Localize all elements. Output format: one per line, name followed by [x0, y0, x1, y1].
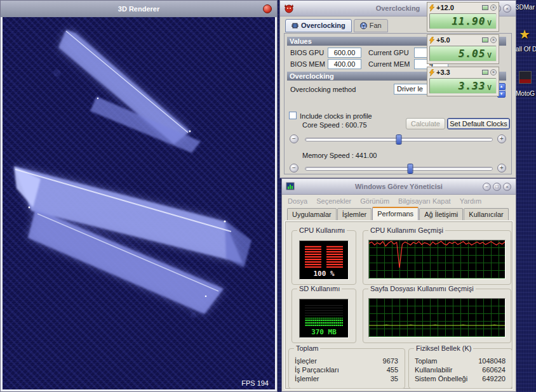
current-mem-label: Current MEM: [368, 60, 410, 68]
core-speed-slider-row: − +: [285, 134, 511, 145]
tab-label: Fan: [370, 22, 382, 29]
bios-mem-value[interactable]: 400.00: [328, 59, 361, 69]
renderer-titlebar[interactable]: 3D Renderer: [1, 1, 277, 17]
meter-close-icon[interactable]: ×: [490, 69, 497, 75]
menu-bilgisayari-kapat[interactable]: Bilgisayarı Kapat: [394, 197, 455, 205]
voltage-meter-3v: +3.3 × 3.33 V: [427, 67, 499, 96]
core-speed-slider-thumb[interactable]: [396, 134, 402, 145]
desktop-icon-strip: 3DMar ★ all Of D MotoG: [516, 0, 536, 392]
menu-yardim[interactable]: Yardım: [455, 197, 486, 205]
maximize-button[interactable]: □: [493, 183, 501, 191]
voltage-bolt-icon: [429, 37, 434, 44]
stat-label: İş Parçacıkları: [295, 366, 339, 374]
stat-label: Sistem Önbelleği: [415, 375, 467, 382]
bios-gpu-value[interactable]: 600.00: [328, 48, 361, 58]
memory-speed-slider[interactable]: [305, 167, 493, 171]
motogp-icon[interactable]: [519, 71, 532, 84]
stat-row: İş Parçacıkları 455: [289, 365, 405, 374]
voltage-value: 5.05: [459, 48, 486, 60]
voltage-rail-label: +3.3: [436, 69, 480, 76]
menu-gorunum[interactable]: Görünüm: [356, 197, 394, 205]
voltage-lcd-display: 3.33 V: [429, 78, 497, 94]
close-button[interactable]: ×: [503, 4, 511, 13]
core-speed-increase-button[interactable]: +: [497, 134, 506, 143]
memory-speed-slider-thumb[interactable]: [407, 164, 413, 174]
cpu-usage-group-label: CPU Kullanımı: [297, 226, 347, 234]
pagefile-history-graph: [368, 298, 506, 337]
stat-label: İşleçler: [295, 357, 317, 365]
pagefile-usage-meter: 370 MB: [299, 299, 349, 338]
totals-group: Toplam İşleçler 9673 İş Parçacıkları 455…: [288, 348, 405, 389]
voltage-lcd-display: 11.90 V: [429, 13, 497, 29]
renderer-viewport: FPS 194: [3, 17, 275, 389]
graph-mode-icon[interactable]: [482, 70, 488, 75]
performance-pane: CPU Kullanımı 100 % CPU Kullanımı Geçmiş…: [285, 221, 513, 389]
renderer-window: 3D Renderer: [0, 0, 278, 392]
tab-islemler[interactable]: İşlemler: [337, 208, 372, 220]
menu-dosya[interactable]: Dosya: [283, 197, 312, 205]
meter-close-icon[interactable]: ×: [490, 37, 497, 43]
desktop-icon-call-of-duty[interactable]: all Of D: [516, 46, 536, 53]
core-speed-decrease-button[interactable]: −: [290, 134, 298, 143]
current-gpu-label: Current GPU: [368, 49, 409, 56]
task-manager-titlebar[interactable]: Windows Görev Yöneticisi − □ ×: [282, 179, 516, 195]
stat-value: 455: [387, 366, 398, 374]
stat-value: 35: [391, 375, 398, 382]
voltage-unit: V: [487, 20, 492, 27]
fan-icon: [360, 22, 367, 29]
tab-ag-iletisimi[interactable]: Ağ İletişimi: [419, 208, 463, 220]
core-speed-slider[interactable]: [305, 138, 493, 141]
tab-kullanicilar[interactable]: Kullanıcılar: [464, 208, 508, 220]
tab-label: Overclocking: [301, 22, 345, 29]
set-default-clocks-button[interactable]: Set Default Clocks: [447, 118, 510, 129]
stat-row: İşleçler 9673: [289, 356, 405, 365]
totals-group-label: Toplam: [294, 344, 320, 352]
menu-secenekler[interactable]: Seçenekler: [312, 197, 356, 205]
meter-close-icon[interactable]: ×: [490, 4, 497, 11]
graph-mode-icon[interactable]: [482, 37, 488, 42]
voltage-unit: V: [487, 52, 492, 59]
voltage-value: 11.90: [452, 15, 485, 27]
pagefile-usage-group-label: SD Kullanımı: [297, 285, 342, 292]
desktop-icon-3dmark[interactable]: 3DMar: [516, 4, 536, 11]
include-clocks-label: Include clocks in profile: [300, 112, 372, 120]
pagefile-usage-led-fill: [305, 318, 343, 326]
pagefile-usage-group: SD Kullanımı 370 MB: [291, 289, 356, 343]
stat-label: Toplam: [415, 357, 437, 365]
tab-uygulamalar[interactable]: Uygulamalar: [287, 208, 337, 220]
include-clocks-checkbox[interactable]: [289, 112, 297, 119]
bios-gpu-label: BIOS GPU: [290, 49, 324, 56]
tab-overclocking[interactable]: Overclocking: [285, 19, 352, 32]
memory-speed-decrease-button[interactable]: −: [290, 164, 298, 173]
renderer-close-icon[interactable]: [263, 4, 272, 13]
memory-speed-slider-row: − +: [285, 163, 511, 174]
memory-speed-increase-button[interactable]: +: [497, 164, 506, 173]
cpu-history-group-label: CPU Kullanımı Geçmişi: [368, 226, 445, 234]
cpu-usage-meter: 100 %: [299, 240, 349, 280]
minimize-button[interactable]: −: [483, 183, 491, 191]
voltage-lcd-display: 5.05 V: [429, 46, 497, 62]
cpu-usage-value: 100 %: [300, 270, 348, 278]
stat-value: 9673: [383, 357, 398, 365]
close-button[interactable]: ×: [503, 183, 511, 191]
call-of-duty-icon[interactable]: ★: [519, 27, 530, 42]
tab-performans[interactable]: Performans: [372, 207, 419, 220]
task-manager-menubar: Dosya Seçenekler Görünüm Bilgisayarı Kap…: [283, 195, 486, 207]
overclocking-method-label: Overclocking method: [290, 86, 356, 93]
chip-icon: [291, 22, 298, 29]
voltage-meter-12v: +12.0 × 11.90 V: [427, 2, 499, 32]
stat-label: İşlemler: [295, 375, 319, 382]
tab-fan[interactable]: Fan: [354, 19, 388, 32]
stat-value: 660624: [482, 366, 506, 374]
rendered-aircraft: [3, 17, 275, 389]
desktop-icon-motogp[interactable]: MotoG: [516, 90, 536, 97]
voltage-value: 3.33: [459, 80, 486, 92]
physical-memory-group: Fiziksel Bellek (K) Toplam 1048048 Kulla…: [408, 348, 513, 389]
stat-row: Sistem Önbelleği 649220: [409, 374, 512, 383]
cpu-history-graph: [368, 240, 506, 279]
calculate-button[interactable]: Calculate: [406, 118, 445, 129]
fps-counter: FPS 194: [241, 379, 269, 387]
stat-label: Kullanılabilir: [415, 366, 452, 374]
graph-mode-icon[interactable]: [482, 5, 488, 10]
bios-mem-label: BIOS MEM: [290, 60, 325, 68]
